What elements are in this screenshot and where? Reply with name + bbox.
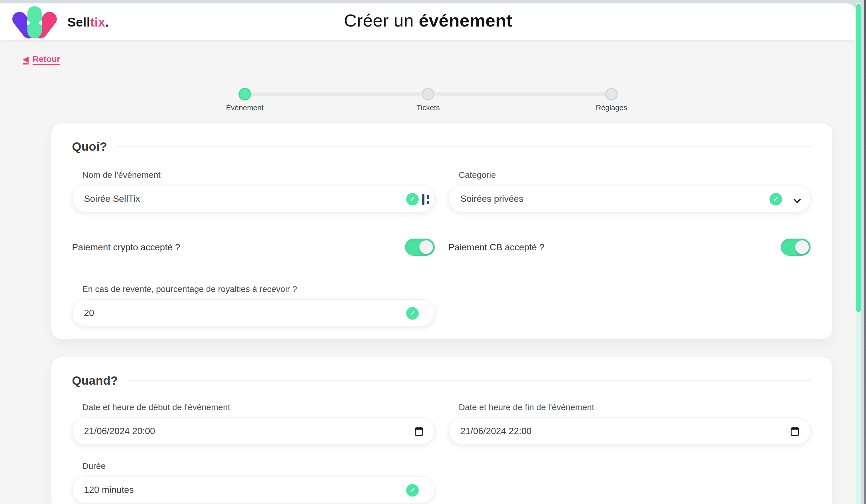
start-datetime-input[interactable] <box>73 418 434 444</box>
scrollbar-thumb[interactable] <box>856 4 861 312</box>
toggle-knob <box>419 240 433 254</box>
chevron-down-icon <box>793 196 801 203</box>
step-label: Événement <box>226 103 264 112</box>
section-divider <box>118 146 812 147</box>
section-divider <box>128 380 812 381</box>
duration-pill: ✓ <box>72 476 435 503</box>
valid-check-icon: ✓ <box>406 484 419 496</box>
ticket-teal-icon <box>27 6 42 38</box>
event-name-pill: ✓ <box>72 185 435 212</box>
back-arrow-icon: ◀ <box>23 55 29 64</box>
royalties-field: En cas de revente, pourcentage de royalt… <box>72 284 435 327</box>
calendar-icon[interactable] <box>791 426 799 436</box>
step-label: Tickets <box>417 103 440 112</box>
end-datetime-pill <box>448 417 811 445</box>
start-datetime-pill <box>72 417 435 445</box>
window-edge <box>864 0 866 504</box>
royalties-label: En cas de revente, pourcentage de royalt… <box>82 284 435 294</box>
step-dot-active-icon <box>238 88 251 101</box>
category-label: Categorie <box>459 170 811 180</box>
autofill-extension-icon[interactable] <box>422 194 431 205</box>
end-datetime-field: Date et heure de fin de l'événement <box>448 402 811 445</box>
crypto-toggle[interactable] <box>405 239 435 256</box>
event-name-label: Nom de l'événement <box>82 170 435 180</box>
crypto-toggle-row: Paiement crypto accepté ? <box>72 239 435 256</box>
cb-toggle-row: Paiement CB accepté ? <box>448 239 811 256</box>
valid-check-icon: ✓ <box>406 307 419 320</box>
end-datetime-input[interactable] <box>449 418 810 444</box>
step-reglages[interactable]: Réglages <box>571 88 652 112</box>
toggle-knob <box>795 240 809 254</box>
step-evenement[interactable]: Événement <box>205 88 285 112</box>
step-tickets[interactable]: Tickets <box>388 88 468 112</box>
section-quand-card: Quand? Date et heure de début de l'événe… <box>52 357 832 504</box>
category-field: Categorie Soirées privées ✓ <box>448 170 811 212</box>
cb-toggle[interactable] <box>781 239 811 256</box>
section-quoi-card: Quoi? Nom de l'événement ✓ Categorie Soi… <box>52 123 832 339</box>
start-datetime-field: Date et heure de début de l'événement <box>72 402 435 445</box>
event-name-field: Nom de l'événement ✓ <box>72 170 435 212</box>
section-title-quand: Quand? <box>72 374 118 388</box>
back-label: Retour <box>33 54 60 64</box>
back-link[interactable]: ◀ Retour <box>23 54 60 64</box>
duration-field: Durée ✓ <box>72 461 435 503</box>
category-select[interactable]: Soirées privées ✓ <box>448 185 811 212</box>
calendar-icon[interactable] <box>415 426 423 436</box>
app-window: Selltix. Créer un événement ◀ Retour Évé… <box>0 0 866 504</box>
duration-label: Durée <box>82 461 435 471</box>
step-dot-icon <box>605 88 618 101</box>
event-name-input[interactable] <box>73 185 434 212</box>
end-datetime-label: Date et heure de fin de l'événement <box>459 402 811 412</box>
duration-input[interactable] <box>73 477 434 503</box>
start-datetime-label: Date et heure de début de l'événement <box>82 402 435 412</box>
step-label: Réglages <box>596 103 627 112</box>
step-dot-icon <box>422 88 434 101</box>
progress-stepper: Événement Tickets Réglages <box>225 88 632 113</box>
valid-check-icon: ✓ <box>769 193 782 206</box>
crypto-label: Paiement crypto accepté ? <box>72 242 180 253</box>
cb-label: Paiement CB accepté ? <box>448 242 544 253</box>
section-title-quoi: Quoi? <box>72 140 107 153</box>
page-surface: Selltix. Créer un événement ◀ Retour Évé… <box>0 3 856 504</box>
royalties-pill: ✓ <box>72 299 435 327</box>
valid-check-icon: ✓ <box>406 193 419 206</box>
window-top-strip <box>0 0 866 3</box>
app-header: Selltix. Créer un événement <box>0 3 856 40</box>
page-title: Créer un événement <box>0 10 856 31</box>
category-value: Soirées privées <box>460 185 523 212</box>
scrollbar-rail <box>856 0 866 504</box>
royalties-input[interactable] <box>73 300 434 326</box>
